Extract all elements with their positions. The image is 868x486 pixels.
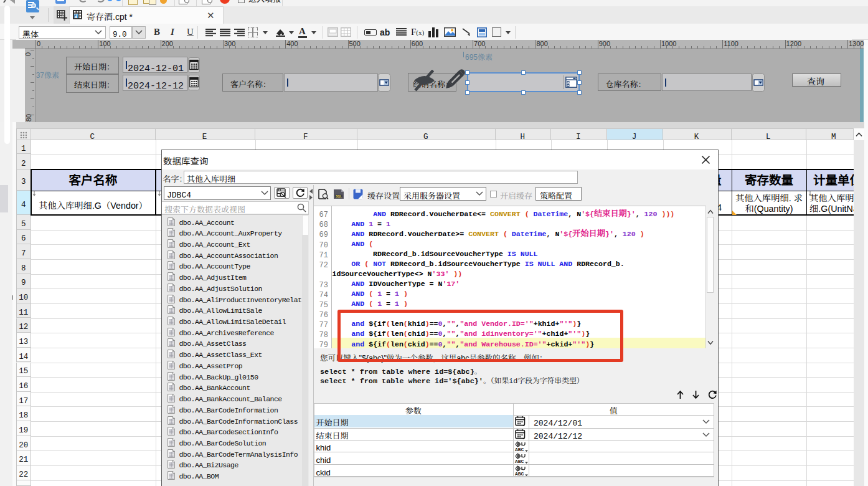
svg-text:ABC: ABC: [515, 471, 524, 477]
svg-text:SQL: SQL: [336, 195, 342, 198]
svg-text:ABC: ABC: [515, 459, 524, 464]
svg-text:ABC: ABC: [515, 446, 524, 452]
